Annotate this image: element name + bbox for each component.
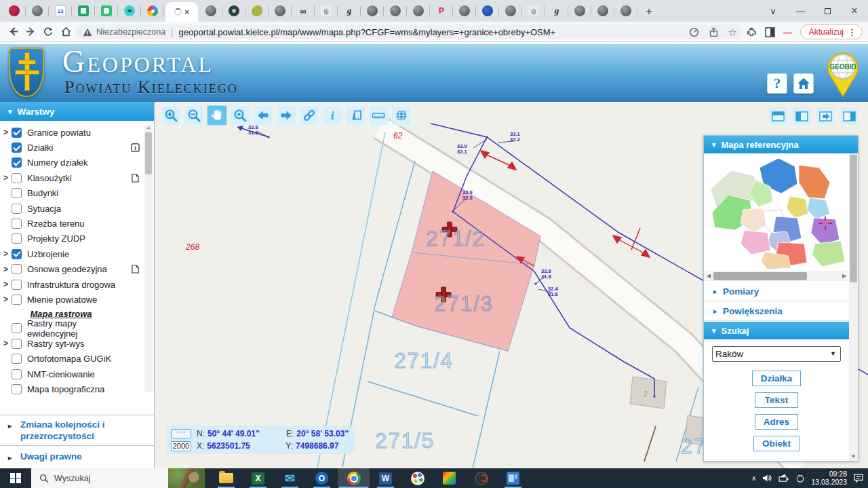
taskbar-app-mail[interactable]: ✉ <box>274 468 306 488</box>
taskbar-clock[interactable]: 09:28 13.03.2023 <box>811 470 847 486</box>
layer-checkbox[interactable] <box>12 173 22 183</box>
extension-alert-icon[interactable]: — <box>783 27 792 37</box>
layer-row-ortofotomapa-gugik[interactable]: Ortofotomapa GUGiK <box>0 351 142 366</box>
tab-search-button[interactable]: ∨ <box>760 6 787 16</box>
layer-checkbox[interactable] <box>12 233 22 244</box>
layer-checkbox[interactable] <box>12 369 22 379</box>
panel-expand-button[interactable] <box>816 107 835 125</box>
search-section-header[interactable]: ▾Szukaj <box>704 322 849 339</box>
taskbar-app-file-explorer[interactable] <box>210 468 242 488</box>
layer-checkbox[interactable] <box>12 157 22 168</box>
panel-top-button[interactable] <box>769 107 787 125</box>
reference-map-hscrollbar[interactable]: ◀▶ <box>704 271 849 281</box>
pinned-tab-olive[interactable] <box>245 0 269 22</box>
order-transparency-link[interactable]: ▸ Zmiana kolejności i przezroczystości <box>0 415 155 445</box>
search-obiekt-button[interactable]: Obiekt <box>753 436 800 451</box>
taskbar-app-chrome[interactable] <box>338 468 370 488</box>
layer-row-numery-dzia-ek[interactable]: Numery działek <box>0 155 142 170</box>
scrollbar-thumb[interactable] <box>145 132 152 174</box>
sidebar-scrollbar[interactable]: ▲ <box>144 124 153 392</box>
layer-checkbox[interactable] <box>12 143 22 153</box>
pinned-tab-globe[interactable] <box>499 0 522 22</box>
layer-row-rze-ba-terenu[interactable]: Rzeźba terenu <box>0 216 142 231</box>
pinned-tab-paypal[interactable]: P <box>430 0 453 22</box>
geobid-logo[interactable]: GEOBID <box>822 46 864 98</box>
taskbar-app-word[interactable]: W <box>370 468 401 488</box>
portal-home-button[interactable] <box>793 73 814 94</box>
layer-row-rastry-syt-wys[interactable]: >Rastry syt-wys <box>0 336 142 351</box>
layer-checkbox[interactable] <box>12 204 22 214</box>
next-view-button[interactable] <box>276 105 296 126</box>
layer-row-infrastruktura-drogowa[interactable]: >Infrastruktura drogowa <box>0 277 142 292</box>
info-button[interactable]: i <box>322 105 342 126</box>
network-icon[interactable] <box>795 474 805 483</box>
tab-preview-icon[interactable] <box>765 27 775 37</box>
pinned-tab-globe[interactable] <box>269 0 292 22</box>
taskbar-app-outlook[interactable]: O <box>306 468 338 488</box>
close-window-button[interactable]: × <box>841 5 868 17</box>
address-bar[interactable]: Niezabezpieczona | geoportal.powiat.kiel… <box>76 24 743 39</box>
pinned-tab-green-app2[interactable] <box>95 0 118 22</box>
maximize-button[interactable] <box>814 6 841 16</box>
expand-arrow-icon[interactable]: > <box>0 128 12 137</box>
search-adres-button[interactable]: Adres <box>755 414 798 430</box>
layer-legend-icon[interactable] <box>127 265 142 274</box>
reference-map-header[interactable]: ▾ Mapa referencyjna <box>704 136 858 153</box>
security-label[interactable]: Niezabezpieczona <box>96 27 165 37</box>
taskbar-app-camera[interactable] <box>465 468 497 488</box>
pinned-tab-globe[interactable] <box>453 0 476 22</box>
pinned-tab-infinity[interactable]: ∞ <box>292 0 315 22</box>
taskbar-app-paint[interactable] <box>401 468 433 488</box>
search-dzia-ka-button[interactable]: Działka <box>752 371 802 386</box>
start-button[interactable] <box>0 468 31 488</box>
hscroll-thumb[interactable] <box>713 272 807 280</box>
panel-right-button[interactable] <box>840 107 859 125</box>
zoom-out-button[interactable] <box>184 105 204 126</box>
pinned-tab-globe[interactable] <box>26 0 49 22</box>
layer-row-budynki[interactable]: Budynki <box>0 186 142 201</box>
scale-input[interactable] <box>171 441 191 451</box>
tab-close-icon[interactable]: × <box>184 8 189 16</box>
expand-arrow-icon[interactable]: > <box>0 173 12 183</box>
reload-button[interactable] <box>39 23 57 41</box>
world-button[interactable] <box>391 105 412 126</box>
forward-button[interactable] <box>22 23 39 41</box>
pinned-tab-calendar[interactable]: 13 <box>49 0 72 22</box>
pinned-tab-red-brand[interactable] <box>3 0 26 22</box>
layer-checkbox[interactable] <box>12 354 22 364</box>
panel-scrollbar[interactable]: ▼ <box>849 153 858 461</box>
pan-button[interactable] <box>207 105 227 126</box>
taskbar-search[interactable]: Wyszukaj <box>31 468 205 488</box>
share-icon[interactable] <box>709 27 719 37</box>
layer-row-klasou-ytki[interactable]: >Klasoużytki <box>0 170 142 185</box>
vscroll-thumb[interactable] <box>850 155 857 282</box>
pinned-tab-green-app[interactable] <box>72 0 95 22</box>
expand-arrow-icon[interactable]: > <box>0 280 12 289</box>
pinned-tab-maps-pin[interactable] <box>141 0 164 22</box>
search-tekst-button[interactable]: Tekst <box>755 392 798 408</box>
pinned-tab-letter-g[interactable]: g <box>338 0 361 22</box>
zoom-in-button[interactable] <box>161 105 181 126</box>
pinned-tab-globe[interactable] <box>591 0 614 22</box>
link-button[interactable] <box>299 105 319 126</box>
layer-row-rastry-mapy-ewidencyjnej[interactable]: Rastry mapy ewidencyjnej <box>0 321 142 336</box>
pen-battery-icon[interactable] <box>778 474 789 483</box>
expand-arrow-icon[interactable]: > <box>0 249 12 259</box>
expand-arrow-icon[interactable]: > <box>0 339 12 348</box>
bookmark-star-icon[interactable]: ☆ <box>728 27 737 37</box>
pinned-tab-dark-mask[interactable] <box>222 0 245 22</box>
pinned-tab-globe[interactable] <box>568 0 591 22</box>
layer-checkbox[interactable] <box>12 219 22 229</box>
pinned-tab-globe[interactable] <box>407 0 430 22</box>
layer-row-uzbrojenie[interactable]: >Uzbrojenie <box>0 246 142 261</box>
layer-info-icon[interactable]: i <box>127 143 142 152</box>
layer-checkbox[interactable] <box>12 323 22 333</box>
layer-checkbox[interactable] <box>12 264 22 274</box>
tab-geoportal-active[interactable]: × <box>165 2 198 22</box>
pinned-tab-blue-circle[interactable] <box>476 0 499 22</box>
layer-checkbox[interactable] <box>12 339 22 349</box>
layer-checkbox[interactable] <box>12 384 22 394</box>
site-performance-icon[interactable] <box>689 27 699 37</box>
url-text[interactable]: geoportal.powiat.kielce.pl/map/www/mapa.… <box>179 27 556 37</box>
pinned-tab-eagle[interactable]: ψ <box>315 0 338 22</box>
